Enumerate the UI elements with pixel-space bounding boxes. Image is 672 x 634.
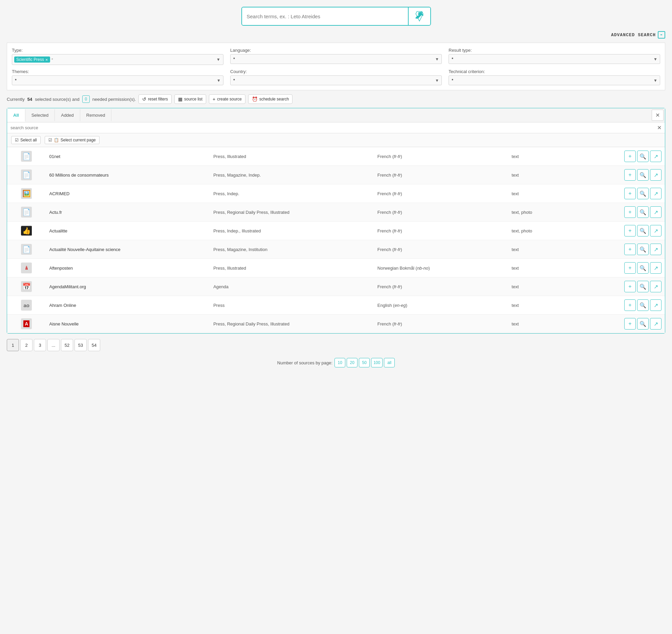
source-actions-cell: + 🔍 ↗ [568, 259, 665, 277]
select-current-page-label: Select current page [61, 138, 96, 142]
plus-icon: + [213, 96, 215, 102]
source-add-button[interactable]: + [624, 169, 636, 181]
per-page-container: Number of sources by page: 102050100all [7, 358, 665, 367]
source-open-button[interactable]: ↗ [650, 151, 662, 162]
filter-country-select[interactable]: * [230, 75, 442, 85]
filter-result-type-label: Result type: [449, 48, 660, 53]
source-type-cell: Press, Regional Daily Press, Illustrated [210, 315, 374, 333]
tab-selected[interactable]: Selected [25, 109, 55, 121]
source-open-button[interactable]: ↗ [650, 188, 662, 199]
list-search-input[interactable] [10, 125, 657, 130]
page-button[interactable]: 53 [74, 339, 87, 351]
type-tag-remove[interactable]: × [45, 58, 48, 62]
type-tag-label: Scientific Press [16, 57, 44, 62]
source-search-button[interactable]: 🔍 [637, 169, 649, 181]
source-icon: 📄 [21, 151, 32, 162]
source-action-buttons: + 🔍 ↗ [571, 244, 662, 255]
source-open-button[interactable]: ↗ [650, 206, 662, 218]
filter-themes-select[interactable]: * [12, 75, 223, 85]
source-add-button[interactable]: + [624, 299, 636, 311]
per-page-button[interactable]: all [384, 358, 395, 367]
source-name-cell: 01net [46, 147, 210, 166]
filter-type-select[interactable]: Scientific Press × * ▼ [12, 54, 223, 65]
source-search-button[interactable]: 🔍 [637, 151, 649, 162]
filter-themes-label: Themes: [12, 69, 223, 74]
source-add-button[interactable]: + [624, 151, 636, 162]
source-lang-cell: French (fr-fr) [374, 240, 508, 259]
select-all-button[interactable]: ☑ Select all [11, 136, 41, 144]
source-open-button[interactable]: ↗ [650, 244, 662, 255]
source-open-button[interactable]: ↗ [650, 169, 662, 181]
source-search-button[interactable]: 🔍 [637, 299, 649, 311]
source-add-button[interactable]: + [624, 318, 636, 330]
page-button[interactable]: ... [47, 339, 60, 351]
source-name-cell: Actualité Nouvelle-Aquitaine science [46, 240, 210, 259]
source-add-button[interactable]: + [624, 206, 636, 218]
table-row: 📅 AgendaMilitant.org Agenda French (fr-f… [7, 277, 665, 296]
source-add-button[interactable]: + [624, 244, 636, 255]
table-row: å Aftenposten Press, Illustrated Norwegi… [7, 259, 665, 277]
source-search-button[interactable]: 🔍 [637, 318, 649, 330]
per-page-button[interactable]: 100 [371, 358, 383, 367]
filter-language-select[interactable]: * [230, 54, 442, 64]
schedule-search-button[interactable]: ⏰ schedule search [248, 94, 292, 104]
filter-result-type-select[interactable]: * [449, 54, 660, 64]
source-add-button[interactable]: + [624, 188, 636, 199]
source-search-button[interactable]: 🔍 [637, 206, 649, 218]
source-icon-cell: 🖼️ [7, 184, 46, 203]
page-button[interactable]: 1 [7, 339, 19, 351]
select-all-checkbox-icon: ☑ [15, 138, 19, 142]
per-page-button[interactable]: 50 [359, 358, 370, 367]
page-button[interactable]: 2 [20, 339, 32, 351]
per-page-label: Number of sources by page: [277, 360, 332, 365]
source-open-button[interactable]: ↗ [650, 225, 662, 236]
select-current-page-button[interactable]: ☑ 📋 Select current page [45, 136, 100, 144]
filter-type: Type: Scientific Press × * ▼ [12, 48, 223, 65]
page-button[interactable]: 54 [88, 339, 100, 351]
page-button[interactable]: 52 [61, 339, 73, 351]
advanced-search-toggle[interactable]: Advanced search - [611, 31, 665, 39]
tab-added[interactable]: Added [55, 109, 80, 121]
create-source-button[interactable]: + create source [209, 94, 245, 104]
source-open-button[interactable]: ↗ [650, 262, 662, 274]
tabs-close-button[interactable]: ✕ [652, 110, 664, 121]
source-icon: å [21, 263, 32, 273]
source-search-button[interactable]: 🔍 [637, 281, 649, 292]
status-text-middle: selected source(s) and [35, 97, 80, 102]
source-add-button[interactable]: + [624, 225, 636, 236]
reset-filters-button[interactable]: ↺ reset filters [138, 94, 172, 104]
source-add-button[interactable]: + [624, 262, 636, 274]
source-search-button[interactable]: 🔍 [637, 244, 649, 255]
source-icon-cell: 📄 [7, 166, 46, 184]
source-type-cell: Agenda [210, 277, 374, 296]
table-row: 📄 Actu.fr Press, Regional Daily Press, I… [7, 203, 665, 222]
source-actions-cell: + 🔍 ↗ [568, 166, 665, 184]
source-open-button[interactable]: ↗ [650, 281, 662, 292]
source-search-button[interactable]: 🔍 [637, 225, 649, 236]
pagination-container: 123...525354 [7, 339, 665, 351]
tab-all[interactable]: All [7, 109, 25, 122]
filter-technical-criterion-select[interactable]: * [449, 75, 660, 85]
per-page-button[interactable]: 20 [347, 358, 357, 367]
source-open-button[interactable]: ↗ [650, 299, 662, 311]
table-row: 📄 Actualité Nouvelle-Aquitaine science P… [7, 240, 665, 259]
source-type-cell: Press, Illustrated [210, 259, 374, 277]
page-button[interactable]: 3 [34, 339, 46, 351]
source-list-label: source list [184, 97, 202, 101]
source-list-button[interactable]: ▦ source list [174, 94, 206, 104]
table-row: 📄 01net Press, Illustrated French (fr-fr… [7, 147, 665, 166]
source-name-cell: Aftenposten [46, 259, 210, 277]
filter-country-label: Country: [230, 69, 442, 74]
reset-icon: ↺ [142, 96, 146, 102]
search-button[interactable] [408, 7, 430, 25]
source-add-button[interactable]: + [624, 281, 636, 292]
source-open-button[interactable]: ↗ [650, 318, 662, 330]
source-lang-cell: French (fr-fr) [374, 277, 508, 296]
source-search-button[interactable]: 🔍 [637, 188, 649, 199]
source-icon-cell: 📄 [7, 240, 46, 259]
source-search-button[interactable]: 🔍 [637, 262, 649, 274]
tab-removed[interactable]: Removed [80, 109, 112, 121]
search-input[interactable] [242, 7, 408, 25]
per-page-button[interactable]: 10 [334, 358, 345, 367]
list-search-clear-icon[interactable]: ✕ [657, 124, 662, 131]
